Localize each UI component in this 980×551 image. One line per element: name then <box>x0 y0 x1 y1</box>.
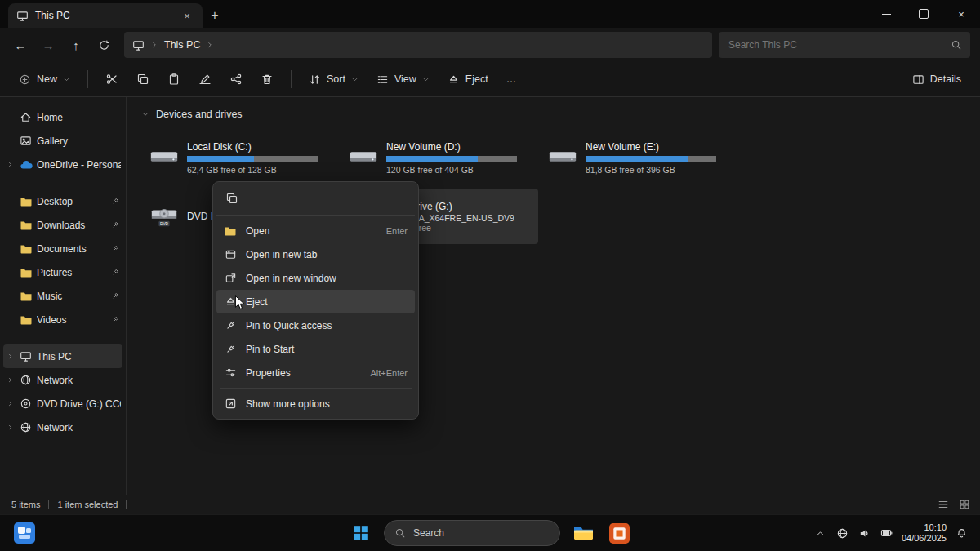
sidebar-item-downloads[interactable]: Downloads <box>3 213 122 237</box>
new-button[interactable]: New <box>11 66 78 92</box>
paste-button[interactable] <box>160 66 188 92</box>
context-menu-item-open[interactable]: Open Enter <box>216 219 415 242</box>
sidebar-item-pictures[interactable]: Pictures <box>3 260 122 284</box>
tab-close-icon[interactable]: × <box>180 8 194 23</box>
drive-tile-e[interactable]: New Volume (E:) 81,8 GB free of 396 GB <box>540 130 737 185</box>
monitor-icon <box>19 350 33 362</box>
clock-date: 04/06/2025 <box>902 533 947 544</box>
context-menu-item-open-in-new-tab[interactable]: Open in new tab <box>216 242 415 266</box>
new-tab-icon <box>224 248 237 260</box>
taskbar-search-box[interactable]: Search <box>384 520 560 546</box>
context-menu-item-open-in-new-window[interactable]: Open in new window <box>216 266 415 290</box>
view-button[interactable]: View <box>369 66 437 92</box>
mouse-cursor <box>234 295 247 315</box>
volume-icon[interactable] <box>858 526 872 540</box>
share-button[interactable] <box>222 66 250 92</box>
menu-label: Eject <box>246 296 268 308</box>
chevron-right-icon[interactable] <box>5 353 15 360</box>
status-bar: 5 items 1 item selected <box>0 495 980 514</box>
notification-bell-icon[interactable] <box>954 526 969 540</box>
context-menu-item-properties[interactable]: Properties Alt+Enter <box>216 361 415 384</box>
divider <box>126 500 127 509</box>
sidebar-item-music[interactable]: Music <box>3 284 122 308</box>
sidebar-item-onedrive[interactable]: OneDrive - Persona <box>3 153 122 176</box>
battery-icon[interactable] <box>880 526 894 540</box>
drive-tile-c[interactable]: Local Disk (C:) 62,4 GB free of 128 GB <box>141 130 339 185</box>
gallery-icon <box>19 135 33 147</box>
menu-label: Show more options <box>246 398 330 410</box>
menu-label: Open in new window <box>246 273 336 284</box>
chevron-right-icon[interactable] <box>5 161 15 168</box>
rename-button[interactable] <box>191 66 219 92</box>
context-menu-quick-actions <box>216 185 415 216</box>
menu-shortcut: Alt+Enter <box>370 368 408 378</box>
widgets-icon[interactable] <box>11 520 38 546</box>
chevron-right-icon[interactable] <box>5 376 15 384</box>
more-options-button[interactable]: … <box>499 66 524 92</box>
context-menu-item-show-more-options[interactable]: Show more options <box>216 392 415 415</box>
eject-button[interactable]: Eject <box>440 66 496 92</box>
maximize-button[interactable] <box>905 0 942 28</box>
chevron-right-icon[interactable] <box>5 400 15 407</box>
details-button-label: Details <box>930 73 961 85</box>
chevron-right-icon <box>206 41 214 49</box>
chevron-right-icon <box>150 41 158 49</box>
folder-icon <box>19 266 33 279</box>
cut-button[interactable] <box>98 66 126 92</box>
explorer-tab[interactable]: This PC × <box>8 3 203 28</box>
chevron-right-icon[interactable] <box>5 424 15 431</box>
taskbar-clock[interactable]: 10:10 04/06/2025 <box>902 522 947 544</box>
sidebar-item-videos[interactable]: Videos <box>3 308 122 331</box>
context-menu-item-pin-to-start[interactable]: Pin to Start <box>216 337 415 361</box>
sidebar-item-home[interactable]: Home <box>3 105 122 129</box>
details-view-icon[interactable] <box>936 497 951 512</box>
new-window-icon <box>224 272 237 284</box>
chevron-down-icon <box>63 76 70 83</box>
copy-icon[interactable] <box>220 188 244 209</box>
menu-separator <box>220 388 412 389</box>
properties-icon <box>224 367 237 379</box>
home-icon <box>19 111 33 123</box>
copy-button[interactable] <box>129 66 157 92</box>
sidebar-item-network[interactable]: Network <box>3 368 122 392</box>
sidebar-item-desktop[interactable]: Desktop <box>3 189 122 213</box>
eject-button-label: Eject <box>466 73 488 85</box>
start-button[interactable] <box>348 520 374 546</box>
forward-button[interactable]: → <box>34 32 62 58</box>
pin-icon <box>224 320 237 331</box>
section-header-devices-and-drives[interactable]: Devices and drives <box>141 105 965 123</box>
drive-tile-d[interactable]: New Volume (D:) 120 GB free of 404 GB <box>341 130 538 185</box>
item-count: 5 items <box>11 500 40 509</box>
section-title: Devices and drives <box>156 109 243 120</box>
file-explorer-taskbar-icon[interactable] <box>570 520 596 546</box>
minimize-button[interactable] <box>867 0 905 28</box>
app-taskbar-icon[interactable] <box>606 520 632 546</box>
menu-label: Open <box>246 225 270 237</box>
search-icon <box>394 527 406 539</box>
search-input[interactable] <box>727 38 944 51</box>
pin-icon <box>110 197 121 206</box>
network-globe-icon[interactable] <box>835 526 850 540</box>
details-pane-button[interactable]: Details <box>905 66 969 92</box>
tray-chevron-up-icon[interactable] <box>813 526 828 540</box>
up-button[interactable]: ↑ <box>62 32 90 58</box>
refresh-button[interactable] <box>90 32 118 58</box>
back-button[interactable]: ← <box>7 32 34 58</box>
sidebar-item-gallery[interactable]: Gallery <box>3 129 122 153</box>
sidebar-item-this-pc[interactable]: This PC <box>3 344 122 368</box>
sidebar-item-network-2[interactable]: Network <box>3 415 122 439</box>
breadcrumb-item[interactable]: This PC <box>164 39 200 51</box>
sidebar-item-dvd-drive[interactable]: DVD Drive (G:) CCC <box>3 392 122 415</box>
taskbar: Search 10:10 04/06/2025 <box>0 514 980 551</box>
close-button[interactable]: × <box>942 0 980 28</box>
context-menu-item-pin-to-quick-access[interactable]: Pin to Quick access <box>216 313 415 337</box>
folder-icon <box>19 242 33 256</box>
search-box[interactable] <box>719 32 970 58</box>
new-tab-button[interactable]: + <box>203 3 227 28</box>
breadcrumb[interactable]: This PC <box>124 32 712 58</box>
sidebar-item-documents[interactable]: Documents <box>3 237 122 260</box>
sort-button[interactable]: Sort <box>301 66 366 92</box>
capacity-bar <box>586 156 716 162</box>
delete-button[interactable] <box>253 66 281 92</box>
large-icons-view-icon[interactable] <box>957 497 972 512</box>
